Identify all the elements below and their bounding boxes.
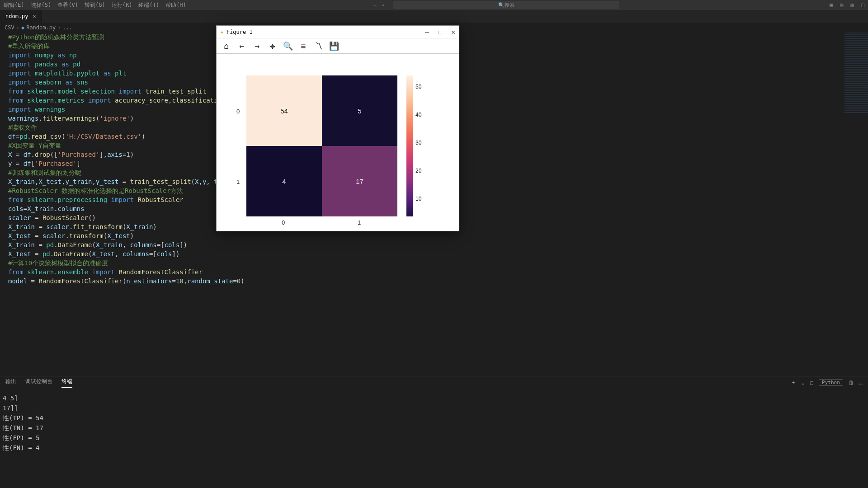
new-terminal-icon[interactable]: ＋ bbox=[791, 379, 796, 386]
trash-icon[interactable]: 🗑 bbox=[849, 380, 854, 386]
layout-icon-3[interactable]: ▥ bbox=[851, 2, 854, 8]
command-search[interactable]: 🔍 搜索 bbox=[393, 1, 619, 9]
home-icon[interactable]: ⌂ bbox=[221, 41, 232, 52]
minimap[interactable] bbox=[844, 33, 868, 114]
editor-tab-bar: ndom.py × bbox=[0, 10, 868, 23]
minimize-button[interactable]: — bbox=[425, 28, 429, 36]
menu-view[interactable]: 查看(V) bbox=[57, 1, 78, 9]
terminal-line: 性(FN) = 4 bbox=[3, 443, 865, 453]
panel-tab-output[interactable]: 输出 bbox=[5, 378, 16, 387]
cb-tick-50: 50 bbox=[415, 84, 421, 90]
layout-icon-4[interactable]: □ bbox=[861, 2, 864, 8]
code-line: X_test = scaler.transform(X_test) bbox=[8, 231, 868, 240]
heatmap-cell-1-1: 17 bbox=[322, 146, 397, 216]
y-tick-0: 0 bbox=[236, 108, 240, 115]
close-button[interactable]: ✕ bbox=[451, 28, 455, 36]
more-icon[interactable]: … bbox=[859, 380, 863, 386]
cb-tick-20: 20 bbox=[415, 168, 421, 174]
menu-run[interactable]: 运行(R) bbox=[112, 1, 132, 9]
code-line: #计算10个决策树模型拟合的准确度 bbox=[8, 258, 868, 267]
nav-fwd-icon[interactable]: → bbox=[381, 2, 384, 8]
cb-tick-10: 10 bbox=[415, 196, 421, 202]
code-line: from sklearn.ensemble import RandomFores… bbox=[8, 267, 868, 277]
menu-terminal[interactable]: 终端(T) bbox=[138, 1, 159, 9]
figure-toolbar: ⌂ ← → ✥ 🔍 ≡ 〽 💾 bbox=[217, 38, 459, 54]
terminal-line: 性(FP) = 5 bbox=[3, 433, 865, 443]
x-tick-1: 1 bbox=[358, 219, 361, 226]
terminal-output[interactable]: 4 5] 17]]性(TP) = 54性(TN) = 17性(FP) = 5性(… bbox=[0, 389, 868, 488]
save-icon[interactable]: 💾 bbox=[329, 41, 340, 52]
nav-back-icon[interactable]: ← bbox=[373, 2, 377, 8]
tab-random-py[interactable]: ndom.py × bbox=[0, 10, 42, 23]
menu-help[interactable]: 帮助(H) bbox=[165, 1, 186, 9]
figure-title: Figure 1 bbox=[226, 29, 253, 35]
maximize-button[interactable]: ☐ bbox=[438, 28, 442, 36]
breadcrumb-seg[interactable]: CSV bbox=[5, 24, 14, 31]
axes-icon[interactable]: 〽 bbox=[313, 41, 324, 52]
search-icon: 🔍 bbox=[498, 2, 505, 8]
terminal-lang-badge[interactable]: Python bbox=[819, 379, 843, 386]
figure-canvas[interactable]: 54 5 4 17 0 1 0 1 50 40 30 20 10 bbox=[217, 54, 459, 231]
code-line: model = RandomForestClassifier(n_estimat… bbox=[8, 277, 868, 286]
chevron-right-icon: › bbox=[57, 24, 61, 31]
search-placeholder: 搜索 bbox=[505, 2, 514, 9]
forward-icon[interactable]: → bbox=[252, 41, 263, 52]
breadcrumb-seg[interactable]: ... bbox=[62, 24, 72, 31]
y-tick-1: 1 bbox=[236, 178, 240, 185]
layout-icon-2[interactable]: ▤ bbox=[840, 2, 843, 8]
terminal-line: 17]] bbox=[3, 403, 865, 413]
panel-tab-terminal[interactable]: 终端 bbox=[61, 378, 72, 388]
terminal-line: 性(TP) = 54 bbox=[3, 413, 865, 423]
figure-app-icon: ✦ bbox=[220, 28, 224, 35]
split-terminal-icon[interactable]: ▢ bbox=[810, 380, 813, 386]
menu-goto[interactable]: 转到(G) bbox=[85, 1, 105, 9]
cb-tick-40: 40 bbox=[415, 112, 421, 118]
heatmap-cell-1-0: 4 bbox=[246, 146, 322, 216]
terminal-line: 4 5] bbox=[3, 393, 865, 403]
confusion-matrix-heatmap: 54 5 4 17 bbox=[246, 75, 397, 216]
tab-close-icon[interactable]: × bbox=[33, 13, 36, 19]
layout-icon-1[interactable]: ▣ bbox=[830, 2, 833, 8]
terminal-line: 性(TN) = 17 bbox=[3, 423, 865, 433]
back-icon[interactable]: ← bbox=[236, 41, 247, 52]
colorbar bbox=[406, 75, 413, 216]
code-line: X_train = pd.DataFrame(X_train, columns=… bbox=[8, 240, 868, 249]
heatmap-cell-0-1: 5 bbox=[322, 75, 397, 146]
menu-edit[interactable]: 编辑(E) bbox=[4, 1, 24, 9]
panel-tab-bar: 输出 调试控制台 终端 ＋ ⌄ ▢ Python 🗑 … bbox=[0, 376, 868, 389]
menu-select[interactable]: 选择(S) bbox=[31, 1, 52, 9]
chevron-down-icon[interactable]: ⌄ bbox=[802, 380, 805, 386]
tab-label: ndom.py bbox=[5, 13, 28, 19]
breadcrumb-seg[interactable]: Random.py bbox=[26, 24, 56, 31]
zoom-icon[interactable]: 🔍 bbox=[283, 41, 293, 52]
code-line: X_test = pd.DataFrame(X_test, columns=[c… bbox=[8, 249, 868, 258]
chevron-right-icon: › bbox=[16, 24, 19, 31]
python-file-icon: ◆ bbox=[21, 24, 24, 31]
cb-tick-30: 30 bbox=[415, 140, 421, 146]
menu-bar: 编辑(E) 选择(S) 查看(V) 转到(G) 运行(R) 终端(T) 帮助(H… bbox=[0, 0, 868, 10]
figure-titlebar[interactable]: ✦ Figure 1 — ☐ ✕ bbox=[217, 26, 459, 38]
pan-icon[interactable]: ✥ bbox=[267, 41, 278, 52]
x-tick-0: 0 bbox=[282, 219, 285, 226]
matplotlib-figure-window: ✦ Figure 1 — ☐ ✕ ⌂ ← → ✥ 🔍 ≡ 〽 💾 54 5 4 … bbox=[216, 25, 459, 231]
heatmap-cell-0-0: 54 bbox=[246, 75, 322, 146]
panel-tab-debug[interactable]: 调试控制台 bbox=[25, 378, 52, 387]
configure-icon[interactable]: ≡ bbox=[298, 41, 309, 52]
